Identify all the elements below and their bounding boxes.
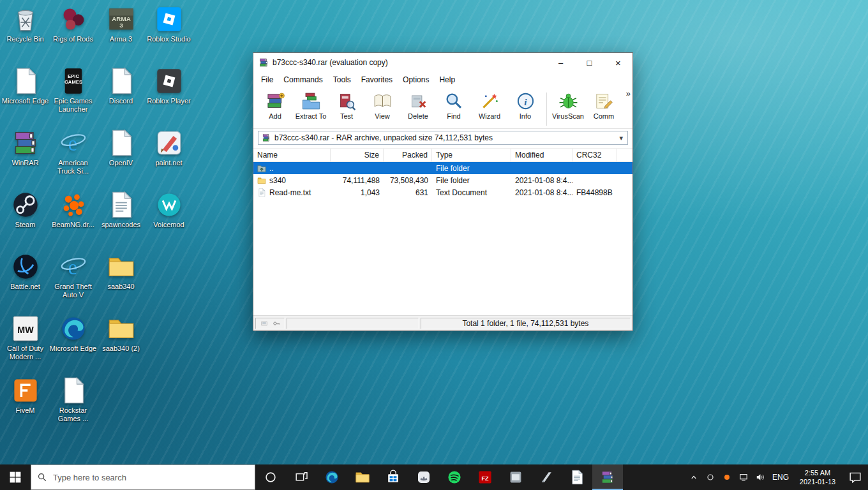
column-header-size[interactable]: Size: [331, 149, 384, 161]
desktop-icon-beamng-dr[interactable]: BeamNG.dr...: [49, 191, 97, 253]
window-controls: – □ ×: [546, 53, 632, 72]
desktop-icon-microsoft-edge[interactable]: Microsoft Edge: [49, 315, 97, 376]
action-center-button[interactable]: [842, 464, 868, 490]
taskbar-file-explorer-button[interactable]: [347, 464, 378, 490]
toolbar-virusscan-button[interactable]: VirusScan: [550, 91, 586, 128]
taskbar-edge-button[interactable]: [317, 464, 347, 490]
menu-help[interactable]: Help: [434, 73, 460, 87]
cortana-icon: [263, 470, 278, 485]
desktop-icon-recycle-bin[interactable]: Recycle Bin: [1, 5, 49, 67]
desktop-icon-battle-net[interactable]: Battle.net: [1, 253, 49, 315]
toolbar-test-button[interactable]: Test: [329, 91, 364, 128]
menu-tools[interactable]: Tools: [328, 73, 356, 87]
desktop-icon-grand-theft-auto-v[interactable]: eGrand Theft Auto V: [49, 253, 97, 315]
desktop-icon-rigs-of-rods[interactable]: Rigs of Rods: [49, 5, 97, 67]
toolbar-view-button[interactable]: View: [364, 91, 400, 128]
menu-favorites[interactable]: Favorites: [356, 73, 398, 87]
key-icon[interactable]: [272, 320, 281, 327]
desktop-icon-saab340-2[interactable]: saab340 (2): [97, 315, 145, 376]
toolbar-add-button[interactable]: Add: [257, 91, 293, 128]
desktop-icon-saab340[interactable]: saab340: [97, 253, 145, 315]
toolbar-overflow-icon[interactable]: »: [626, 89, 631, 98]
taskbar-cortana-button[interactable]: [255, 464, 286, 490]
desktop-icon-roblox-studio[interactable]: Roblox Studio: [145, 5, 193, 67]
taskbar-filezilla-button[interactable]: FZ: [470, 464, 500, 490]
toolbar-comm-button[interactable]: Comm: [586, 91, 622, 128]
desktop-icon-spawncodes[interactable]: spawncodes: [97, 191, 145, 253]
arma3-icon: ARMA3: [107, 5, 135, 33]
desktop-icon-voicemod[interactable]: Voicemod: [145, 191, 193, 253]
menu-file[interactable]: File: [256, 73, 278, 87]
file-row-s340[interactable]: s34074,111,48873,508,430File folder2021-…: [253, 174, 632, 186]
column-header-type[interactable]: Type: [432, 149, 511, 161]
desktop-icon-label: Rockstar Games ...: [50, 406, 97, 423]
desktop-icon-label: spawncodes: [101, 221, 140, 229]
status-total-pane: Total 1 folder, 1 file, 74,112,531 bytes: [421, 318, 631, 329]
menu-commands[interactable]: Commands: [278, 73, 327, 87]
taskbar-pinned-app-1-button[interactable]: [500, 464, 531, 490]
desktop-icon-openiv[interactable]: OpenIV: [97, 129, 145, 191]
disk-icon[interactable]: [260, 320, 269, 327]
taskbar-task-view-button[interactable]: [286, 464, 317, 490]
toolbar-wizard-button[interactable]: Wizard: [472, 91, 507, 128]
toolbar-button-label: Delete: [408, 112, 428, 120]
taskbar-spotify-button[interactable]: [439, 464, 470, 490]
status-bar: Total 1 folder, 1 file, 74,112,531 bytes: [253, 315, 632, 330]
toolbar-find-button[interactable]: Find: [436, 91, 472, 128]
column-header-name[interactable]: Name: [253, 149, 331, 161]
text-doc-icon: [107, 191, 135, 219]
toolbar-delete-button[interactable]: Delete: [400, 91, 436, 128]
file-list: ..File folders34074,111,48873,508,430Fil…: [253, 162, 632, 315]
column-header-modified[interactable]: Modified: [511, 149, 572, 161]
clock-time: 2:55 AM: [805, 468, 830, 477]
chevron-up-icon: [689, 472, 699, 482]
close-button[interactable]: ×: [604, 53, 632, 72]
desktop-icon-epic-games-launcher[interactable]: EPICGAMESEpic Games Launcher: [49, 67, 97, 129]
network-button[interactable]: [735, 464, 752, 490]
desktop-icon-steam[interactable]: Steam: [1, 191, 49, 253]
desktop-icon-paint-net[interactable]: paint.net: [145, 129, 193, 191]
taskbar-winrar-button[interactable]: [592, 464, 623, 490]
desktop-icon-discord[interactable]: Discord: [97, 67, 145, 129]
address-combo[interactable]: b73ccc-s340.rar - RAR archive, unpacked …: [258, 131, 628, 145]
desktop-icon-rockstar-games[interactable]: Rockstar Games ...: [49, 376, 97, 438]
taskbar-search[interactable]: [31, 464, 255, 490]
tray-app-2[interactable]: [719, 464, 735, 490]
desktop-icon-winrar[interactable]: WinRAR: [1, 129, 49, 191]
search-input[interactable]: [53, 473, 250, 482]
desktop-icon-roblox-player[interactable]: Roblox Player: [145, 67, 193, 129]
taskbar-pinned-app-2-button[interactable]: [531, 464, 562, 490]
column-header-crc32[interactable]: CRC32: [572, 149, 617, 161]
roblox-studio-icon: [155, 5, 183, 33]
text-doc-icon: [569, 470, 585, 485]
taskbar-discord-button[interactable]: [408, 464, 439, 490]
tray-app-1[interactable]: [702, 464, 719, 490]
desktop-icon-fivem[interactable]: FiveM: [1, 376, 49, 438]
desktop-icon-label: Battle.net: [10, 283, 40, 291]
title-bar[interactable]: b73ccc-s340.rar (evaluation copy) – □ ×: [253, 53, 632, 72]
file-row-up[interactable]: ..File folder: [253, 162, 632, 174]
desktop-icon-label: Epic Games Launcher: [50, 97, 97, 114]
start-button[interactable]: [0, 464, 31, 490]
taskbar-microsoft-store-button[interactable]: [378, 464, 408, 490]
toolbar-separator: [546, 93, 547, 126]
combo-dropdown-icon[interactable]: ▾: [618, 134, 624, 142]
menu-options[interactable]: Options: [398, 73, 434, 87]
toolbar-info-button[interactable]: iInfo: [507, 91, 543, 128]
maximize-button[interactable]: □: [575, 53, 604, 72]
language-indicator[interactable]: ENG: [768, 464, 793, 490]
file-row-read-me-txt[interactable]: Read-me.txt1,043631Text Document2021-01-…: [253, 186, 632, 198]
desktop-icon-label: Microsoft Edge: [2, 97, 49, 105]
taskbar-clock[interactable]: 2:55 AM 2021-01-13: [793, 464, 842, 490]
desktop-icon-microsoft-edge[interactable]: Microsoft Edge: [1, 67, 49, 129]
minimize-button[interactable]: –: [546, 53, 575, 72]
taskbar-notepad-button[interactable]: [562, 464, 592, 490]
hidden-icons-button[interactable]: [685, 464, 702, 490]
toolbar-extract-to-button[interactable]: Extract To: [293, 91, 329, 128]
volume-button[interactable]: [752, 464, 768, 490]
column-header-packed[interactable]: Packed: [384, 149, 432, 161]
filezilla-icon: FZ: [477, 470, 493, 485]
desktop-icon-call-of-duty-modern[interactable]: MWCall of Duty Modern ...: [1, 315, 49, 376]
desktop-icon-arma-3[interactable]: ARMA3Arma 3: [97, 5, 145, 67]
desktop-icon-american-truck-si[interactable]: eAmerican Truck Si...: [49, 129, 97, 191]
